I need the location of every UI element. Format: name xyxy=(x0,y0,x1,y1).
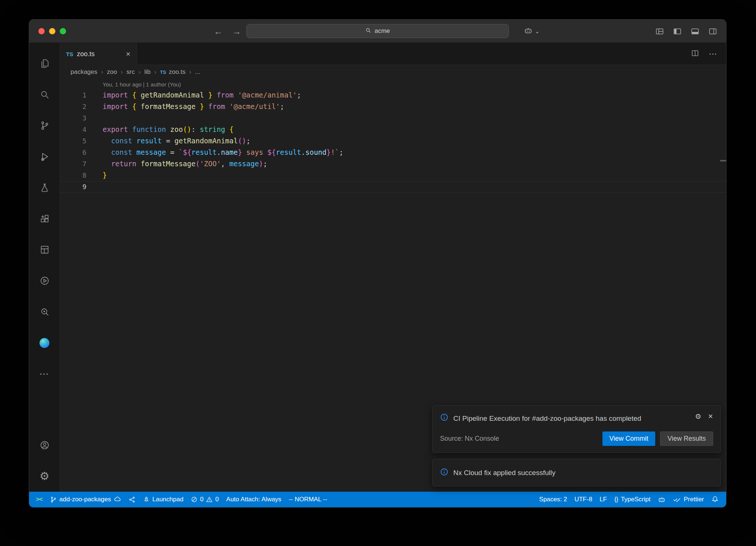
view-results-button[interactable]: View Results xyxy=(660,431,713,446)
copilot-status-item[interactable] xyxy=(654,492,669,507)
activity-bar: ⋯ ⚙ xyxy=(29,43,60,492)
vim-mode-label: -- NORMAL -- xyxy=(289,496,327,503)
line-number[interactable]: 6 xyxy=(60,147,103,158)
line-number[interactable]: 2 xyxy=(60,101,103,112)
code-text: const result = getRandomAnimal(); xyxy=(103,135,251,147)
launchpad-label: Launchpad xyxy=(152,496,183,503)
notification-area: CI Pipeline Execution for #add-zoo-packa… xyxy=(432,405,721,487)
minimize-window-button[interactable] xyxy=(49,28,55,34)
auto-attach-item[interactable]: Auto Attach: Always xyxy=(223,492,285,507)
edge-tools-icon[interactable] xyxy=(29,327,60,358)
desktop-background: ← → acme ⌄ xyxy=(0,0,756,546)
breadcrumb-separator: › xyxy=(121,68,123,76)
window-controls xyxy=(38,20,66,43)
double-check-icon xyxy=(673,496,681,503)
problems-item[interactable]: 0 0 xyxy=(187,492,223,507)
close-window-button[interactable] xyxy=(38,28,45,34)
line-number[interactable]: 4 xyxy=(60,124,103,135)
tab-zoo-ts[interactable]: TS zoo.ts ✕ xyxy=(60,43,137,65)
remote-indicator[interactable]: >< xyxy=(32,492,46,507)
code-line[interactable]: 3 xyxy=(60,112,726,124)
code-line[interactable]: 9 xyxy=(60,181,726,192)
breadcrumb-item[interactable]: packages xyxy=(71,68,97,76)
language-mode-item[interactable]: {} TypeScript xyxy=(611,492,654,507)
additional-views-icon[interactable]: ⋯ xyxy=(29,358,60,389)
info-icon xyxy=(440,468,449,478)
copilot-icon xyxy=(658,496,666,504)
code-text: return formatMessage('ZOO', message); xyxy=(103,158,267,170)
warning-count: 0 xyxy=(215,496,219,503)
code-line[interactable]: 8} xyxy=(60,170,726,181)
git-actions-item[interactable] xyxy=(125,492,139,507)
explorer-icon[interactable] xyxy=(29,48,60,79)
breadcrumb-overflow[interactable]: ... xyxy=(195,68,200,76)
search-view-icon[interactable] xyxy=(29,79,60,110)
split-editor-icon[interactable] xyxy=(691,49,699,59)
breadcrumb-item[interactable]: lib xyxy=(144,68,151,76)
zoom-window-button[interactable] xyxy=(60,28,66,34)
customize-layout-button[interactable] xyxy=(655,27,664,36)
line-number[interactable]: 9 xyxy=(60,181,103,192)
branch-icon xyxy=(50,496,57,503)
search-query-text: acme xyxy=(375,27,390,35)
eol-label: LF xyxy=(599,496,607,503)
breadcrumb-item[interactable]: zoo.ts xyxy=(169,68,185,76)
git-graph-icon xyxy=(128,496,135,503)
eol-item[interactable]: LF xyxy=(596,492,611,507)
run-debug-icon[interactable] xyxy=(29,141,60,172)
code-line[interactable]: 6 const message = `${result.name} says $… xyxy=(60,147,726,158)
breadcrumb-separator: › xyxy=(189,68,192,76)
extensions-icon[interactable] xyxy=(29,203,60,234)
line-number[interactable]: 5 xyxy=(60,135,103,147)
bell-icon xyxy=(711,496,719,503)
notification-settings-icon[interactable]: ⚙ xyxy=(695,413,701,420)
testing-icon[interactable] xyxy=(29,172,60,203)
vscode-window: ← → acme ⌄ xyxy=(29,19,726,508)
code-search-icon[interactable] xyxy=(29,296,60,327)
ts-file-icon: TS xyxy=(160,69,166,75)
git-branch-item[interactable]: add-zoo-packages xyxy=(46,492,125,507)
notification-close-icon[interactable]: ✕ xyxy=(708,413,713,420)
toggle-secondary-sidebar-button[interactable] xyxy=(708,27,717,36)
toggle-primary-sidebar-button[interactable] xyxy=(673,27,682,36)
line-number[interactable]: 7 xyxy=(60,158,103,170)
view-commit-button[interactable]: View Commit xyxy=(602,431,656,446)
command-center-search[interactable]: acme xyxy=(247,24,509,38)
breadcrumb: packages›zoo›src›lib›TSzoo.ts›... xyxy=(60,65,726,79)
editor-more-actions-icon[interactable]: ⋯ xyxy=(709,49,717,59)
source-control-icon[interactable] xyxy=(29,110,60,141)
code-line[interactable]: 1import { getRandomAnimal } from '@acme/… xyxy=(60,89,726,101)
line-number[interactable]: 1 xyxy=(60,89,103,101)
code-line[interactable]: 5 const result = getRandomAnimal(); xyxy=(60,135,726,147)
prettier-item[interactable]: Prettier xyxy=(669,492,708,507)
code-text: } xyxy=(103,170,107,181)
breadcrumb-item[interactable]: zoo xyxy=(107,68,117,76)
braces-icon: {} xyxy=(614,496,618,503)
vim-mode-item[interactable]: -- NORMAL -- xyxy=(285,492,331,507)
line-number[interactable]: 3 xyxy=(60,112,103,124)
tab-bar: TS zoo.ts ✕ ⋯ xyxy=(60,43,726,65)
nx-console-icon[interactable] xyxy=(29,265,60,296)
custom-view-icon[interactable] xyxy=(29,234,60,265)
codelens-blame[interactable]: You, 1 hour ago | 1 author (You) xyxy=(60,80,726,89)
copilot-menu[interactable]: ⌄ xyxy=(524,20,540,43)
breadcrumb-item[interactable]: src xyxy=(127,68,135,76)
tab-close-icon[interactable]: ✕ xyxy=(126,51,131,58)
indentation-item[interactable]: Spaces: 2 xyxy=(536,492,571,507)
auto-attach-label: Auto Attach: Always xyxy=(226,496,281,503)
line-number[interactable]: 8 xyxy=(60,170,103,181)
launchpad-item[interactable]: Launchpad xyxy=(139,492,187,507)
accounts-icon[interactable] xyxy=(29,430,60,461)
navigate-back-button[interactable]: ← xyxy=(214,26,223,37)
code-line[interactable]: 7 return formatMessage('ZOO', message); xyxy=(60,158,726,170)
notification-toast-ci: CI Pipeline Execution for #add-zoo-packa… xyxy=(432,405,721,453)
settings-gear-icon[interactable]: ⚙ xyxy=(29,461,60,492)
code-line[interactable]: 4export function zoo(): string { xyxy=(60,124,726,135)
code-line[interactable]: 2import { formatMessage } from '@acme/ut… xyxy=(60,101,726,112)
notifications-bell-item[interactable] xyxy=(708,492,722,507)
toggle-panel-button[interactable] xyxy=(691,27,700,36)
error-count: 0 xyxy=(200,496,203,503)
encoding-item[interactable]: UTF-8 xyxy=(571,492,596,507)
warning-icon xyxy=(206,496,213,503)
navigate-forward-button[interactable]: → xyxy=(232,26,241,37)
